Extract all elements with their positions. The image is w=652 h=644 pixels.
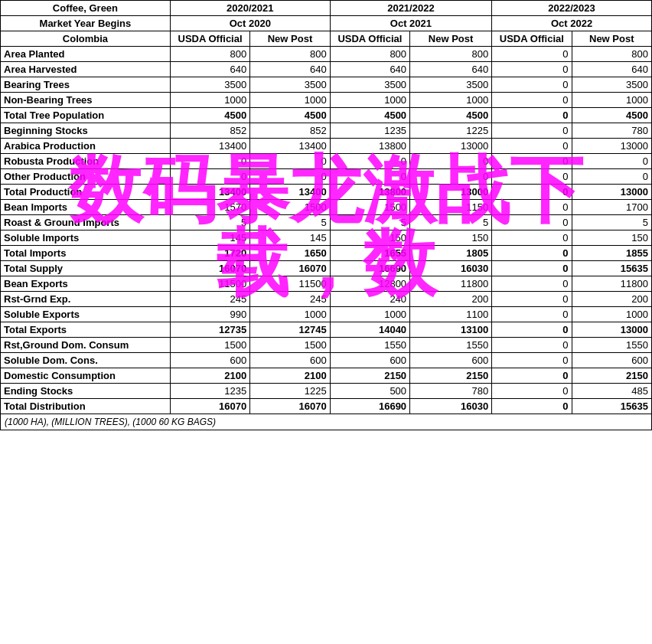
row-value: 1225 <box>410 123 492 139</box>
row-value: 485 <box>572 384 651 399</box>
mktbegin3: Oct 2022 <box>492 16 652 31</box>
row-value: 4500 <box>330 108 409 123</box>
table-row: Rst-Grnd Exp.2452452402000200 <box>1 292 652 307</box>
row-value: 1655 <box>330 246 409 261</box>
row-value: 3500 <box>170 77 249 93</box>
row-value: 0 <box>170 169 249 185</box>
row-label: Soluble Exports <box>1 307 171 322</box>
row-value: 200 <box>572 292 651 307</box>
row-value: 0 <box>492 154 572 169</box>
row-value: 0 <box>170 154 249 169</box>
table-row: Total Imports172016501655180501855 <box>1 246 652 261</box>
row-value: 1855 <box>572 246 651 261</box>
row-label: Area Harvested <box>1 62 171 77</box>
row-value: 0 <box>330 154 409 169</box>
table-row: Soluble Imports1451451501500150 <box>1 230 652 246</box>
y2-usda-header: USDA Official <box>330 31 409 47</box>
row-value: 5 <box>572 215 651 230</box>
data-table: Coffee, Green 2020/2021 2021/2022 2022/2… <box>0 0 652 414</box>
row-value: 13000 <box>410 185 492 200</box>
row-value: 16070 <box>170 261 249 276</box>
row-value: 1000 <box>330 93 409 108</box>
table-row: Bean Imports157015001500115001700 <box>1 200 652 215</box>
row-value: 0 <box>492 292 572 307</box>
table-row: Soluble Dom. Cons.6006006006000600 <box>1 353 652 368</box>
row-value: 150 <box>572 230 651 246</box>
row-label: Total Tree Population <box>1 108 171 123</box>
row-value: 245 <box>170 292 249 307</box>
row-value: 640 <box>572 62 651 77</box>
row-label: Domestic Consumption <box>1 368 171 384</box>
row-value: 0 <box>492 139 572 154</box>
row-value: 5 <box>330 215 409 230</box>
table-row: Bean Exports11500115001280011800011800 <box>1 276 652 292</box>
row-value: 1500 <box>170 338 249 353</box>
year2-header: 2021/2022 <box>330 1 491 16</box>
row-value: 1000 <box>572 307 651 322</box>
row-label: Bean Exports <box>1 276 171 292</box>
row-value: 12735 <box>170 322 249 338</box>
table-row: Total Production134001340013800130000130… <box>1 185 652 200</box>
row-value: 1500 <box>330 200 409 215</box>
row-value: 13800 <box>330 185 409 200</box>
table-row: Total Distribution1607016070166901603001… <box>1 399 652 414</box>
table-row: Beginning Stocks852852123512250780 <box>1 123 652 139</box>
row-value: 3500 <box>250 77 330 93</box>
table-row: Total Exports12735127451404013100013000 <box>1 322 652 338</box>
row-value: 0 <box>492 62 572 77</box>
row-value: 3500 <box>410 77 492 93</box>
row-value: 0 <box>492 77 572 93</box>
row-label: Total Exports <box>1 322 171 338</box>
row-value: 16070 <box>250 399 330 414</box>
row-value: 16690 <box>330 399 409 414</box>
row-value: 0 <box>492 246 572 261</box>
row-value: 16070 <box>170 399 249 414</box>
row-value: 800 <box>250 47 330 62</box>
y2-newpost-header: New Post <box>410 31 492 47</box>
row-value: 5 <box>410 215 492 230</box>
row-value: 0 <box>492 384 572 399</box>
row-value: 0 <box>572 169 651 185</box>
row-value: 0 <box>250 169 330 185</box>
row-value: 1700 <box>572 200 651 215</box>
row-value: 12745 <box>250 322 330 338</box>
row-value: 13400 <box>250 139 330 154</box>
row-value: 245 <box>250 292 330 307</box>
row-value: 4500 <box>170 108 249 123</box>
row-value: 1000 <box>330 307 409 322</box>
row-value: 600 <box>330 353 409 368</box>
y1-usda-header: USDA Official <box>170 31 249 47</box>
row-value: 13000 <box>572 185 651 200</box>
row-value: 600 <box>410 353 492 368</box>
row-value: 1550 <box>330 338 409 353</box>
row-label: Soluble Dom. Cons. <box>1 353 171 368</box>
row-value: 1000 <box>250 93 330 108</box>
table-row: Roast & Ground Imports555505 <box>1 215 652 230</box>
row-value: 13400 <box>170 139 249 154</box>
row-value: 0 <box>492 169 572 185</box>
row-value: 0 <box>492 399 572 414</box>
row-value: 4500 <box>250 108 330 123</box>
row-label: Beginning Stocks <box>1 123 171 139</box>
main-container: Coffee, Green 2020/2021 2021/2022 2022/2… <box>0 0 652 430</box>
row-label: Total Imports <box>1 246 171 261</box>
row-value: 11800 <box>572 276 651 292</box>
row-value: 852 <box>250 123 330 139</box>
row-value: 2100 <box>170 368 249 384</box>
row-value: 14040 <box>330 322 409 338</box>
row-value: 0 <box>492 215 572 230</box>
row-value: 0 <box>492 322 572 338</box>
table-row: Rst,Ground Dom. Consum150015001550155001… <box>1 338 652 353</box>
table-row: Other Production000000 <box>1 169 652 185</box>
row-value: 640 <box>410 62 492 77</box>
y3-usda-header: USDA Official <box>492 31 572 47</box>
row-value: 800 <box>330 47 409 62</box>
row-value: 1225 <box>250 384 330 399</box>
row-value: 0 <box>492 93 572 108</box>
table-row: Soluble Exports99010001000110001000 <box>1 307 652 322</box>
row-label: Arabica Production <box>1 139 171 154</box>
row-value: 11500 <box>170 276 249 292</box>
row-value: 640 <box>170 62 249 77</box>
row-value: 13000 <box>572 322 651 338</box>
mkt-begin-label: Market Year Begins <box>1 16 171 31</box>
